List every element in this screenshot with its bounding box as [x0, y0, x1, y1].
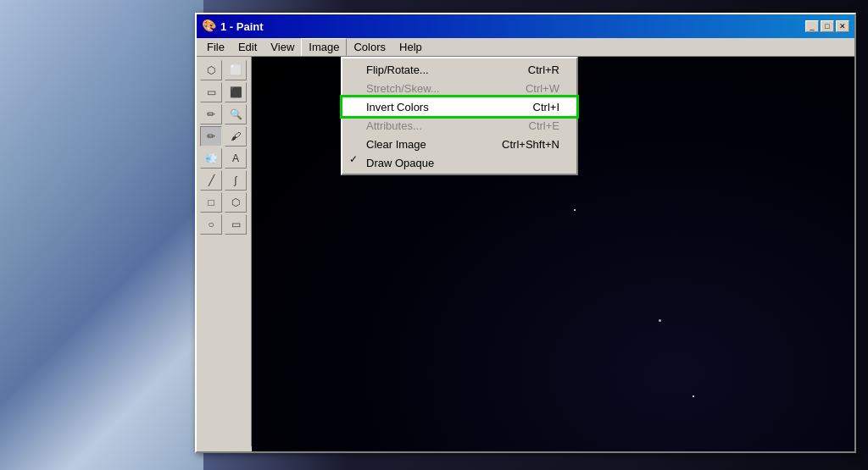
tool-eraser[interactable]: ▭	[200, 82, 222, 102]
menu-help[interactable]: Help	[392, 38, 429, 56]
close-button[interactable]: ✕	[836, 20, 849, 32]
tool-poly[interactable]: ⬡	[225, 192, 247, 213]
maximize-button[interactable]: □	[821, 20, 834, 32]
tool-round-rect[interactable]: ▭	[225, 214, 247, 235]
menu-file[interactable]: File	[200, 38, 231, 56]
tool-pencil[interactable]: ✏	[200, 126, 222, 147]
menu-colors[interactable]: Colors	[347, 38, 392, 56]
tool-fill[interactable]: ⬛	[225, 82, 247, 102]
menu-item-draw-opaque-wrapper: ✓ Draw Opaque	[342, 153, 576, 172]
tool-select-free[interactable]: ⬡	[200, 60, 222, 80]
check-mark: ✓	[349, 153, 358, 165]
menu-view[interactable]: View	[264, 38, 301, 56]
menu-item-invert-colors[interactable]: Invert Colors Ctrl+I	[342, 97, 576, 116]
tool-curve[interactable]: ∫	[225, 170, 247, 191]
menu-item-attributes[interactable]: Attributes... Ctrl+E	[342, 116, 576, 135]
star	[659, 319, 661, 322]
menu-item-flip-rotate[interactable]: Flip/Rotate... Ctrl+R	[342, 60, 576, 79]
tool-ellipse[interactable]: ○	[200, 214, 222, 235]
tool-select-rect[interactable]: ⬜	[225, 60, 247, 80]
menu-item-stretch-skew[interactable]: Stretch/Skew... Ctrl+W	[342, 79, 576, 97]
tool-grid: ⬡ ⬜ ▭ ⬛ ✏ 🔍 ✏ 🖌 💨 A ╱ ∫ □ ⬡ ○ ▭	[200, 60, 248, 235]
tool-airbrush[interactable]: 💨	[200, 148, 222, 169]
tool-line[interactable]: ╱	[200, 170, 222, 191]
paint-window: 🎨 1 - Paint _ □ ✕ File Edit View Image C…	[195, 13, 856, 453]
toolbar: ⬡ ⬜ ▭ ⬛ ✏ 🔍 ✏ 🖌 💨 A ╱ ∫ □ ⬡ ○ ▭	[197, 57, 252, 446]
image-dropdown-menu: Flip/Rotate... Ctrl+R Stretch/Skew... Ct…	[341, 57, 578, 175]
app-icon: 🎨	[202, 19, 215, 33]
menu-image[interactable]: Image	[301, 38, 347, 56]
menu-bar: File Edit View Image Colors Help	[197, 38, 854, 57]
tool-brush[interactable]: 🖌	[225, 126, 247, 147]
window-title: 1 - Paint	[220, 20, 800, 33]
tool-rect[interactable]: □	[200, 192, 222, 213]
tool-zoom[interactable]: 🔍	[225, 104, 247, 124]
minimize-button[interactable]: _	[805, 20, 819, 32]
star	[693, 395, 694, 397]
title-bar: 🎨 1 - Paint _ □ ✕	[197, 14, 854, 38]
background-left	[0, 0, 203, 470]
title-bar-buttons: _ □ ✕	[805, 20, 849, 32]
tool-color-pick[interactable]: ✏	[200, 104, 222, 124]
menu-item-draw-opaque[interactable]: Draw Opaque	[342, 153, 576, 172]
star	[574, 209, 576, 211]
menu-item-clear-image[interactable]: Clear Image Ctrl+Shft+N	[342, 135, 576, 153]
tool-text[interactable]: A	[225, 148, 247, 169]
menu-edit[interactable]: Edit	[231, 38, 264, 56]
